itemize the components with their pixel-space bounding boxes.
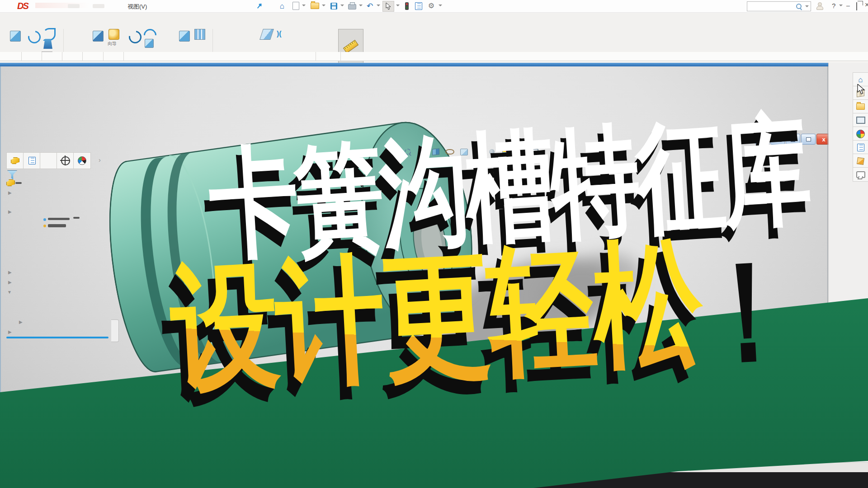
selected-item-highlight bbox=[6, 337, 108, 338]
menu-item-faded[interactable] bbox=[68, 4, 80, 8]
forum-chat-icon bbox=[856, 171, 865, 178]
tree-item-icon bbox=[43, 225, 46, 227]
expand-chevron-icon[interactable]: › bbox=[99, 156, 101, 164]
solidworks-logo: DS bbox=[17, 1, 28, 11]
taskpane-resources-tab[interactable] bbox=[853, 154, 868, 168]
undo-button[interactable]: ↶ bbox=[364, 1, 375, 11]
tree-expand-arrow[interactable]: ▶ bbox=[19, 319, 23, 324]
revolve-icon[interactable] bbox=[26, 28, 43, 46]
menu-bar: DS 视图(V) ⌂ ↶ ⚙ ? bbox=[0, 0, 868, 13]
extrude-boss-icon[interactable] bbox=[10, 31, 21, 42]
new-document-button[interactable] bbox=[290, 1, 301, 11]
tree-expand-arrow[interactable]: ▶ bbox=[8, 190, 12, 195]
hole-wizard-icon[interactable] bbox=[108, 29, 119, 40]
print-icon bbox=[348, 4, 356, 9]
doc-restore-icon bbox=[806, 137, 811, 141]
taskpane-view-palette-tab[interactable] bbox=[853, 113, 868, 127]
tab-featuremanager-part[interactable] bbox=[6, 152, 24, 169]
menu-item-view[interactable]: 视图(V) bbox=[127, 3, 147, 11]
help-button[interactable]: ? bbox=[832, 2, 835, 9]
search-caret-icon[interactable] bbox=[805, 5, 809, 7]
taskpane-forum-tab[interactable] bbox=[853, 167, 868, 182]
panel-splitter-handle[interactable] bbox=[111, 319, 119, 342]
viewport-right-border bbox=[827, 66, 828, 462]
doc-close-button[interactable]: x bbox=[816, 134, 829, 145]
options-list-button[interactable] bbox=[413, 1, 424, 11]
tree-item-label-faded[interactable] bbox=[73, 217, 80, 219]
restore-icon bbox=[856, 2, 857, 10]
save-button[interactable] bbox=[328, 1, 339, 11]
settings-button[interactable]: ⚙ bbox=[426, 1, 437, 11]
command-manager-ribbon: 向导 )( bbox=[0, 13, 868, 52]
open-caret-icon[interactable] bbox=[322, 5, 326, 6]
open-button[interactable] bbox=[309, 1, 320, 11]
featuremanager-tree-icon bbox=[28, 157, 36, 164]
new-document-icon bbox=[292, 2, 299, 10]
home-button[interactable]: ⌂ bbox=[277, 1, 288, 11]
rebuild-button[interactable] bbox=[401, 1, 412, 11]
tab-displaymanager[interactable] bbox=[73, 152, 91, 169]
tree-collapse-arrow[interactable]: ▼ bbox=[7, 290, 12, 295]
custom-properties-icon bbox=[857, 144, 864, 151]
user-account-icon[interactable] bbox=[816, 2, 822, 9]
settings-caret-icon[interactable] bbox=[439, 5, 442, 6]
part-root-label-faded bbox=[15, 182, 22, 184]
mirror-icon[interactable] bbox=[194, 29, 205, 40]
print-button[interactable] bbox=[347, 1, 358, 11]
options-list-icon bbox=[415, 2, 422, 10]
command-manager-tabs[interactable] bbox=[0, 52, 868, 61]
undo-caret-icon[interactable] bbox=[377, 5, 380, 6]
home-icon: ⌂ bbox=[858, 76, 863, 84]
taskpane-file-explorer-tab[interactable] bbox=[853, 99, 868, 114]
file-explorer-icon bbox=[856, 103, 865, 110]
open-icon bbox=[311, 3, 319, 9]
tab-featuremanager-tree[interactable] bbox=[23, 152, 41, 169]
curves-icon[interactable]: )( bbox=[277, 30, 287, 40]
configuration-crosshair-icon bbox=[61, 156, 70, 165]
headline-line2: 设计更轻松！ 设计更轻松！ bbox=[167, 228, 737, 401]
view-palette-icon bbox=[856, 117, 865, 124]
select-tool-button[interactable] bbox=[382, 1, 394, 12]
headline-line2-text: 设计更轻松！ bbox=[167, 228, 737, 401]
save-caret-icon[interactable] bbox=[340, 5, 344, 6]
pattern-icon[interactable] bbox=[179, 31, 190, 42]
search-input[interactable] bbox=[747, 1, 811, 11]
displaymanager-ball-icon bbox=[78, 156, 86, 165]
pin-icon[interactable] bbox=[256, 2, 263, 9]
minimize-button[interactable]: – bbox=[846, 2, 850, 9]
tree-expand-arrow[interactable]: ▶ bbox=[8, 329, 12, 334]
reference-geometry-icon[interactable] bbox=[259, 29, 274, 40]
select-cursor-icon bbox=[386, 3, 392, 10]
appearances-ball-icon bbox=[856, 130, 865, 138]
solidworks-resources-cube-icon bbox=[857, 157, 864, 165]
tree-item-label-faded[interactable] bbox=[48, 224, 66, 227]
tree-expand-arrow[interactable]: ▶ bbox=[8, 270, 12, 275]
revolve-cut-icon[interactable] bbox=[127, 28, 144, 46]
solidworks-app-window: DS 视图(V) ⌂ ↶ ⚙ ? bbox=[0, 0, 868, 488]
document-window-top-border bbox=[0, 63, 836, 66]
close-button[interactable]: × bbox=[865, 2, 868, 8]
search-icon bbox=[796, 4, 802, 9]
windows-taskbar: 1 bbox=[0, 472, 868, 488]
restore-button[interactable] bbox=[856, 3, 857, 9]
sweep-icon[interactable] bbox=[43, 28, 56, 41]
menu-item-faded[interactable] bbox=[93, 4, 104, 8]
taskpane-appearances-tab[interactable] bbox=[853, 127, 868, 141]
select-caret-icon[interactable] bbox=[396, 5, 400, 6]
settings-gear-icon: ⚙ bbox=[428, 2, 434, 9]
tab-configurations[interactable] bbox=[57, 152, 74, 169]
taskpane-custom-properties-tab[interactable] bbox=[853, 140, 868, 155]
new-caret-icon[interactable] bbox=[302, 5, 306, 6]
mouse-cursor-icon bbox=[857, 84, 865, 95]
solidworks-wordmark bbox=[35, 3, 90, 8]
help-caret-icon[interactable] bbox=[839, 5, 843, 6]
extrude-cut-icon[interactable] bbox=[93, 31, 104, 42]
tab-propertymanager[interactable] bbox=[40, 152, 57, 169]
print-caret-icon[interactable] bbox=[359, 5, 363, 6]
tree-item-label-faded[interactable] bbox=[48, 218, 70, 220]
linear-pattern-icon[interactable] bbox=[145, 39, 154, 48]
part-tab-icon bbox=[11, 157, 19, 164]
tree-expand-arrow[interactable]: ▶ bbox=[8, 209, 12, 214]
hole-wizard-label[interactable]: 向导 bbox=[108, 41, 117, 47]
tree-expand-arrow[interactable]: ▶ bbox=[8, 280, 12, 285]
